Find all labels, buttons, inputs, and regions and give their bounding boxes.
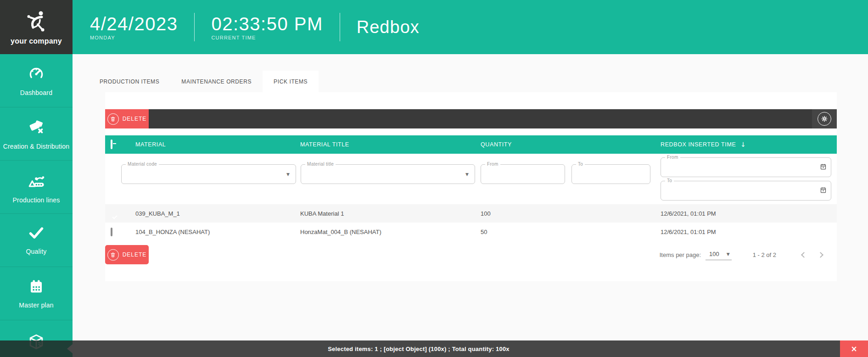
current-day: MONDAY (90, 35, 178, 40)
table-row[interactable]: 104_B_HONZA (NESAHAT) HonzaMat_004_B (NE… (105, 223, 837, 241)
chevron-left-icon (801, 252, 807, 258)
check-icon (27, 225, 45, 243)
sidebar-item-quality[interactable]: Quality (0, 214, 73, 267)
delete-button-toolbar[interactable]: DELETE (105, 109, 149, 128)
top-header: 4/24/2023 MONDAY 02:33:50 PM CURRENT TIM… (73, 0, 868, 54)
column-header-material-title[interactable]: MATERIAL TITLE (294, 141, 474, 148)
cell-redbox-inserted-time: 12/6/2021, 01:01 PM (654, 210, 837, 217)
company-logo: your company (0, 0, 73, 54)
cell-quantity: 100 (474, 210, 654, 217)
page-range-label: 1 - 2 of 2 (753, 251, 776, 258)
sidebar-item-label: Production lines (13, 196, 60, 204)
date-to-filter: To (661, 181, 831, 201)
sidebar-item-label: Quality (26, 248, 47, 255)
logo-icon (24, 9, 48, 35)
settings-button[interactable] (812, 109, 837, 128)
sidebar-item-production-lines[interactable]: Production lines (0, 161, 73, 214)
column-header-redbox-inserted-time[interactable]: REDBOX INSERTED TIME ↓ (654, 141, 837, 148)
next-page-button[interactable] (812, 246, 829, 263)
table-row[interactable]: 039_KUBA_M_1 KUBA Material 1 100 12/6/20… (105, 204, 837, 223)
gear-icon (818, 112, 831, 126)
status-bar-sidebar-overlay (0, 340, 73, 357)
close-status-bar-button[interactable]: × (840, 340, 868, 357)
cell-material: 104_B_HONZA (NESAHAT) (129, 229, 294, 235)
calendar-icon (28, 278, 45, 296)
table-footer: DELETE Items per page: 100 ▼ 1 - 2 of 2 (105, 245, 837, 264)
column-header-material[interactable]: MATERIAL (129, 141, 294, 148)
select-all-checkbox[interactable] (111, 139, 112, 149)
caret-down-icon: ▼ (727, 252, 730, 257)
time-block: 02:33:50 PM CURRENT TIME (211, 14, 323, 40)
tab-pick-items[interactable]: PICK ITEMS (263, 71, 319, 92)
caret-down-icon: ▼ (465, 172, 469, 177)
sidebar: your company Dashboard (0, 0, 73, 357)
date-from-input[interactable] (661, 158, 831, 177)
tab-maintenance-orders[interactable]: MAINTENANCE ORDERS (170, 71, 263, 92)
row-checkbox[interactable] (111, 228, 112, 236)
date-from-filter: From (661, 157, 831, 177)
items-per-page-label: Items per page: (660, 251, 701, 258)
current-time: 02:33:50 PM (211, 14, 323, 33)
quantity-to-input[interactable] (572, 165, 650, 184)
sidebar-item-label: Creation & Distribution (3, 143, 70, 150)
tickets-icon (27, 117, 45, 138)
chevron-right-icon (818, 252, 823, 258)
date-block: 4/24/2023 MONDAY (90, 14, 178, 40)
cell-material: 039_KUBA_M_1 (129, 210, 294, 217)
status-bar-text: Selected items: 1 ; [object Object] (100… (328, 346, 510, 352)
sidebar-item-master-plan[interactable]: Master plan (0, 267, 73, 320)
gauge-icon (28, 65, 45, 84)
tab-production-items[interactable]: PRODUCTION ITEMS (89, 71, 170, 92)
sort-desc-icon[interactable]: ↓ (740, 141, 746, 148)
trash-icon (107, 113, 119, 125)
status-bar-body: Selected items: 1 ; [object Object] (100… (73, 340, 840, 357)
page-title: Redbox (357, 17, 420, 37)
previous-page-button[interactable] (795, 246, 812, 263)
tab-bar: PRODUCTION ITEMS MAINTENANCE ORDERS PICK… (89, 71, 837, 92)
column-header-quantity[interactable]: QUANTITY (474, 141, 654, 148)
items-per-page-select[interactable]: 100 ▼ (706, 249, 732, 260)
calendar-picker-icon[interactable] (820, 186, 827, 195)
trash-icon (107, 249, 119, 261)
selection-toolbar: DELETE (105, 109, 837, 128)
material-code-filter[interactable]: Material code ▼ (121, 164, 296, 184)
header-divider (340, 13, 340, 41)
quantity-from-filter: From (481, 164, 565, 184)
date-to-input[interactable] (661, 181, 831, 200)
cell-quantity: 50 (474, 229, 654, 235)
main-content: PRODUCTION ITEMS MAINTENANCE ORDERS PICK… (105, 71, 837, 281)
current-date: 4/24/2023 (90, 14, 178, 33)
quantity-from-input[interactable] (481, 165, 565, 184)
table-header-row: MATERIAL MATERIAL TITLE QUANTITY REDBOX … (105, 135, 837, 154)
current-time-label: CURRENT TIME (211, 35, 323, 40)
paginator: Items per page: 100 ▼ 1 - 2 of 2 (660, 246, 837, 263)
selection-status-bar: Selected items: 1 ; [object Object] (100… (0, 340, 868, 357)
close-icon: × (851, 344, 857, 353)
quantity-to-filter: To (571, 164, 650, 184)
calendar-picker-icon[interactable] (820, 163, 827, 172)
sidebar-item-creation-distribution[interactable]: Creation & Distribution (0, 107, 73, 161)
cell-redbox-inserted-time: 12/6/2021, 01:01 PM (654, 229, 837, 235)
pick-items-panel: DELETE (105, 92, 837, 281)
header-divider (194, 13, 195, 41)
sidebar-item-dashboard[interactable]: Dashboard (0, 54, 73, 107)
filter-row: Material code ▼ Material title ▼ From To (105, 154, 837, 204)
production-line-icon (27, 170, 46, 191)
material-title-filter[interactable]: Material title ▼ (301, 164, 475, 184)
sidebar-item-label: Master plan (19, 301, 53, 309)
sidebar-item-label: Dashboard (20, 89, 52, 96)
brand-name: your company (11, 37, 62, 45)
caret-down-icon: ▼ (286, 172, 290, 177)
cell-material-title: HonzaMat_004_B (NESAHAT) (294, 229, 474, 235)
delete-button-footer[interactable]: DELETE (105, 245, 149, 264)
cell-material-title: KUBA Material 1 (294, 210, 474, 217)
